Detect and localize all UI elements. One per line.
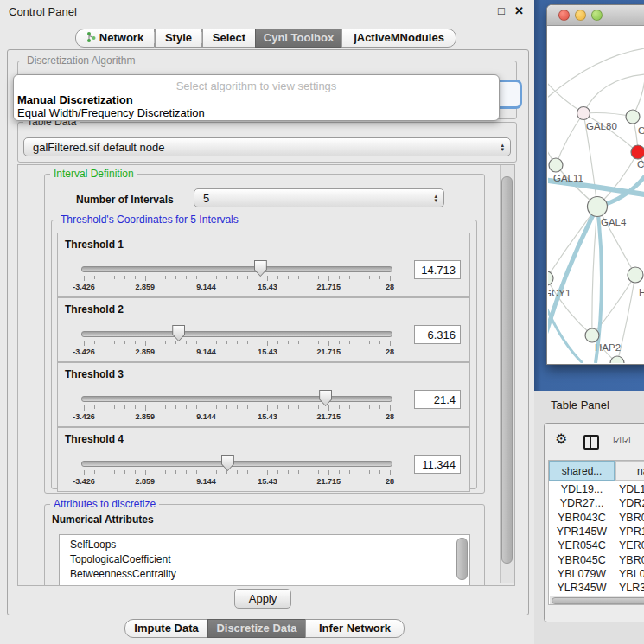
table-cell[interactable]: YPR1	[619, 525, 644, 539]
slider-scale-label: 21.715	[316, 283, 341, 291]
table-cell[interactable]: YDR27...	[549, 496, 615, 511]
slider-tick	[237, 341, 238, 344]
tab-jactivemnodules[interactable]: jActiveMNodules	[341, 29, 456, 48]
column-header-shared-name[interactable]: shared...	[549, 461, 615, 481]
table-cell[interactable]: YER054C	[549, 539, 615, 553]
table-row[interactable]: YBR045CYBR0	[549, 553, 644, 568]
table-cell[interactable]: YLR3	[619, 581, 644, 596]
list-item[interactable]: SelfLoops	[70, 539, 116, 551]
popup-hint: Select algorithm to view settings	[14, 80, 499, 92]
zoom-traffic-icon[interactable]	[591, 10, 603, 21]
table-cell[interactable]: YDL1	[619, 482, 644, 497]
combo-spinner-icon[interactable]: ▴ ▾	[501, 139, 504, 151]
split-columns-icon[interactable]	[583, 435, 599, 450]
slider-track[interactable]	[81, 331, 392, 337]
column-header-name[interactable]: name	[615, 461, 644, 481]
slider-tick	[349, 341, 350, 344]
list-scrollbar[interactable]	[456, 538, 468, 580]
slider-scale-label: 21.715	[316, 477, 341, 486]
node-label: GAL80	[586, 121, 617, 131]
slider-thumb[interactable]	[221, 455, 234, 471]
tab-cyni-toolbox[interactable]: Cyni Toolbox	[255, 29, 342, 48]
close-traffic-icon[interactable]	[558, 10, 570, 21]
threshold-value-field[interactable]: 14.713	[414, 260, 461, 279]
slider-track[interactable]	[81, 461, 392, 467]
horizontal-scrollbar-thumb[interactable]	[552, 597, 644, 604]
close-icon[interactable]: ✕	[514, 4, 524, 17]
table-row[interactable]: YDR27...YDR2	[549, 496, 644, 511]
slider-thumb[interactable]	[172, 325, 185, 341]
list-item[interactable]: TopologicalCoefficient	[70, 553, 171, 565]
node-label: C	[637, 159, 644, 169]
slider-tick	[369, 341, 370, 344]
table-cell[interactable]: YBR045C	[549, 553, 615, 568]
table-cell[interactable]: YLR345W	[549, 581, 615, 596]
slider-scale-label: 2.859	[136, 477, 156, 486]
minimize-traffic-icon[interactable]	[575, 10, 586, 21]
checkboxes-icon[interactable]: ☑☑	[613, 435, 632, 446]
slider-tick	[135, 470, 136, 474]
slider-track[interactable]	[81, 266, 392, 272]
list-item[interactable]: BetweennessCentrality	[70, 568, 176, 580]
table-data-combo[interactable]: galFiltered.sif default node ▴ ▾	[23, 137, 511, 156]
slider-tick	[390, 470, 391, 475]
slider-tick	[237, 470, 238, 474]
slider-tick	[156, 341, 156, 344]
network-canvas[interactable]: GAL80GACGAL11GAL4GCY1HHAP2	[548, 27, 644, 363]
network-svg: GAL80GACGAL11GAL4GCY1HHAP2	[548, 27, 644, 363]
slider-tick	[156, 405, 156, 409]
slider-tick	[207, 276, 207, 281]
slider-thumb[interactable]	[319, 390, 332, 406]
slider-scale-label: 21.715	[316, 412, 341, 421]
float-icon[interactable]: □	[498, 4, 505, 17]
slider-tick	[277, 405, 278, 409]
tab-impute-data[interactable]: Impute Data	[124, 619, 208, 638]
table-cell[interactable]: YDL19...	[549, 482, 615, 497]
table-row[interactable]: YBL079WYBL0	[549, 567, 644, 582]
threshold-value-field[interactable]: 6.316	[414, 325, 461, 344]
node-label: H	[639, 287, 644, 297]
slider-tick	[124, 405, 125, 409]
slider-tick	[196, 470, 197, 474]
combo-spinner-icon[interactable]: ▴ ▾	[434, 190, 437, 202]
tab-style[interactable]: Style	[155, 29, 202, 48]
table-cell[interactable]: YBR043C	[549, 511, 615, 526]
tab-discretize-data[interactable]: Discretize Data	[207, 619, 306, 638]
threshold-value-field[interactable]: 21.4	[414, 390, 461, 409]
bottom-tabbar: Impute Data Discretize Data Infer Networ…	[124, 619, 410, 638]
network-node-ga	[626, 110, 640, 124]
slider-tick	[186, 470, 187, 474]
apply-button[interactable]: Apply	[234, 589, 291, 609]
tab-select[interactable]: Select	[202, 29, 256, 48]
table-cell[interactable]: YPR145W	[549, 525, 615, 539]
slider-thumb[interactable]	[254, 260, 267, 277]
popup-item-equal-width-frequency[interactable]: Equal Width/Frequency Discretization	[17, 106, 205, 119]
slider-tick	[186, 405, 187, 409]
number-of-intervals-label: Number of Intervals	[76, 194, 174, 206]
slider-tick	[94, 470, 95, 474]
slider-scale-label: -3.426	[73, 348, 95, 356]
vertical-scrollbar-thumb[interactable]	[501, 176, 513, 564]
table-cell[interactable]: YBR0	[619, 553, 644, 568]
slider-track[interactable]	[81, 396, 392, 402]
tab-infer-network[interactable]: Infer Network	[305, 619, 405, 638]
table-cell[interactable]: YER0	[619, 539, 644, 553]
threshold-value-field[interactable]: 11.344	[414, 455, 461, 474]
table-row[interactable]: YLR345WYLR3	[549, 581, 644, 596]
network-window-titlebar[interactable]	[547, 5, 644, 26]
threshold-label: Threshold 2	[65, 303, 124, 316]
number-of-intervals-combo[interactable]: 5 ▴ ▾	[194, 188, 444, 207]
table-cell[interactable]: YBR0	[619, 511, 644, 526]
table-row[interactable]: YBR043CYBR0	[549, 511, 644, 526]
right-region: GAL80GACGAL11GAL4GCY1HHAP2 Table Panel ⚙…	[534, 0, 644, 644]
table-cell[interactable]: YBL079W	[549, 567, 615, 582]
table-row[interactable]: YPR145WYPR1	[549, 525, 644, 539]
numerical-attributes-list[interactable]: SelfLoops TopologicalCoefficient Between…	[59, 534, 470, 586]
table-cell[interactable]: YDR2	[619, 496, 644, 511]
table-cell[interactable]: YBL0	[619, 567, 644, 582]
popup-item-manual-discretization[interactable]: Manual Discretization	[17, 93, 133, 106]
table-row[interactable]: YER054CYER0	[549, 539, 644, 553]
table-row[interactable]: YDL19...YDL1	[549, 482, 644, 497]
gear-icon[interactable]: ⚙	[555, 432, 567, 446]
tab-network[interactable]: Network	[75, 29, 155, 48]
